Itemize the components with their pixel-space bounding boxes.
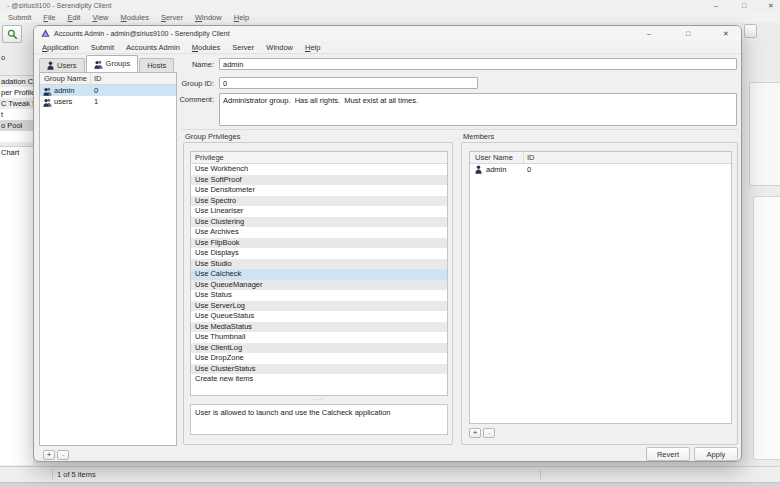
comment-field[interactable]: Administrator group. Has all rights. Mus…	[219, 93, 737, 126]
privilege-row-use-flipbook[interactable]: Use FlipBook	[191, 238, 447, 249]
group-privileges-box: Privilege Use WorkbenchUse SoftProofUse …	[183, 142, 453, 445]
comment-label: Comment:	[152, 95, 214, 104]
maximize-icon[interactable]: □	[733, 0, 755, 11]
members-box: User Name ID admin0 + -	[461, 142, 738, 445]
menu-modules[interactable]: Modules	[115, 13, 155, 22]
background-panel	[753, 196, 780, 460]
privilege-row-use-softproof[interactable]: Use SoftProof	[191, 175, 447, 186]
group-name-cell: users	[54, 97, 72, 106]
privilege-row-use-lineariser[interactable]: Use Lineariser	[191, 206, 447, 217]
privilege-row-use-thumbnail[interactable]: Use Thumbnail	[191, 332, 447, 343]
dialog-maximize-icon[interactable]: □	[679, 26, 697, 41]
menu-help[interactable]: Help	[228, 13, 255, 22]
privileges-table: Privilege Use WorkbenchUse SoftProofUse …	[190, 151, 448, 396]
apply-button[interactable]: Apply	[694, 447, 738, 461]
tab-label: Groups	[106, 56, 131, 72]
menu-application[interactable]: Application	[36, 43, 85, 52]
background-panel	[749, 82, 780, 186]
menu-file[interactable]: File	[37, 13, 61, 22]
dialog-minimize-icon[interactable]: –	[640, 26, 658, 41]
privilege-row-use-studio[interactable]: Use Studio	[191, 259, 447, 270]
outer-titlebar: - @sirius9100 - Serendipity Client – □ ✕	[0, 0, 780, 11]
menu-view[interactable]: View	[86, 13, 114, 22]
menu-modules[interactable]: Modules	[186, 43, 226, 52]
user-icon	[47, 61, 54, 70]
list-item[interactable]: C Tweak S	[0, 98, 33, 109]
dialog-titlebar[interactable]: Accounts Admin - admin@sirius9100 - Sere…	[34, 26, 742, 41]
dialog-close-icon[interactable]: ✕	[717, 26, 735, 41]
users-icon	[94, 60, 103, 69]
add-group-button[interactable]: +	[43, 450, 55, 460]
privilege-row-use-serverlog[interactable]: Use ServerLog	[191, 301, 447, 312]
privilege-row-use-clusterstatus[interactable]: Use ClusterStatus	[191, 364, 447, 375]
privilege-row-use-queuemanager[interactable]: Use QueueManager	[191, 280, 447, 291]
privilege-row-use-densitometer[interactable]: Use Densitometer	[191, 185, 447, 196]
form-separator	[181, 129, 738, 130]
members-table: User Name ID admin0	[469, 151, 732, 424]
privilege-row-use-workbench[interactable]: Use Workbench	[191, 164, 447, 175]
list-item[interactable]: t	[0, 109, 33, 120]
menu-accounts-admin[interactable]: Accounts Admin	[120, 43, 186, 52]
status-separator	[52, 469, 53, 480]
tab-label: Users	[57, 59, 77, 72]
menu-help[interactable]: Help	[299, 43, 326, 52]
splitter-handle[interactable]: ···	[190, 398, 448, 402]
name-field[interactable]: admin	[219, 58, 737, 70]
member-name-cell: admin	[486, 165, 506, 174]
menu-edit[interactable]: Edit	[61, 13, 86, 22]
tab-groups[interactable]: Groups	[86, 55, 139, 72]
menu-server[interactable]: Server	[226, 43, 260, 52]
group-id-cell: 1	[94, 97, 98, 106]
background-item-list: adation Cper ProfileC Tweak Sto Pool	[0, 75, 33, 142]
list-item[interactable]: o Pool	[0, 120, 33, 131]
privilege-row-use-dropzone[interactable]: Use DropZone	[191, 353, 447, 364]
menu-server[interactable]: Server	[155, 13, 189, 22]
column-group-name[interactable]: Group Name	[44, 74, 87, 83]
group-id-label: Group ID:	[152, 79, 214, 88]
column-id[interactable]: ID	[94, 74, 102, 83]
search-icon	[7, 29, 18, 40]
user-icon	[475, 165, 482, 176]
remove-group-button[interactable]: -	[57, 450, 69, 460]
privileges-table-body: Use WorkbenchUse SoftProofUse Densitomet…	[191, 164, 447, 385]
privilege-row-use-clientlog[interactable]: Use ClientLog	[191, 343, 447, 354]
group-privileges-title: Group Privileges	[185, 132, 240, 141]
background-toolbar-button[interactable]	[744, 24, 757, 38]
status-item-count: 1 of 5 items	[57, 470, 96, 479]
accounts-admin-dialog: Accounts Admin - admin@sirius9100 - Sere…	[33, 25, 742, 462]
privilege-description: User is allowed to launch and use the Ca…	[190, 404, 448, 435]
privilege-row-use-clustering[interactable]: Use Clustering	[191, 217, 447, 228]
privilege-row-use-displays[interactable]: Use Displays	[191, 248, 447, 259]
list-item[interactable]: per Profile	[0, 87, 33, 98]
tab-users[interactable]: Users	[39, 58, 85, 72]
group-id-field[interactable]: 0	[219, 77, 478, 89]
privilege-row-use-mediastatus[interactable]: Use MediaStatus	[191, 322, 447, 333]
search-button[interactable]	[2, 25, 22, 43]
column-user-name[interactable]: User Name	[475, 153, 513, 162]
privilege-row-use-status[interactable]: Use Status	[191, 290, 447, 301]
privilege-row-use-calcheck[interactable]: Use Calcheck	[191, 269, 447, 280]
member-row-admin[interactable]: admin0	[470, 164, 731, 175]
privilege-row-use-archives[interactable]: Use Archives	[191, 227, 447, 238]
minimize-icon[interactable]: –	[705, 0, 727, 11]
members-table-header[interactable]: User Name ID	[470, 152, 731, 164]
list-item[interactable]: Chart	[0, 147, 33, 158]
list-item[interactable]: adation C	[0, 76, 33, 87]
privilege-row-create-new-items[interactable]: Create new items	[191, 374, 447, 385]
privilege-row-use-spectro[interactable]: Use Spectro	[191, 196, 447, 207]
column-separator	[523, 152, 524, 163]
groups-table: Group Name ID admin0users1	[39, 72, 177, 446]
remove-member-button[interactable]: -	[483, 428, 495, 438]
menu-window[interactable]: Window	[260, 43, 299, 52]
users-icon	[43, 87, 52, 96]
privilege-row-use-queuestatus[interactable]: Use QueueStatus	[191, 311, 447, 322]
close-icon[interactable]: ✕	[760, 0, 780, 11]
privilege-column-header[interactable]: Privilege	[191, 152, 447, 164]
add-member-button[interactable]: +	[469, 428, 481, 438]
menu-window[interactable]: Window	[189, 13, 228, 22]
revert-button[interactable]: Revert	[646, 447, 690, 461]
menu-submit[interactable]: Submit	[85, 43, 120, 52]
menu-submit[interactable]: Submit	[2, 13, 37, 22]
column-separator	[90, 73, 91, 84]
column-id[interactable]: ID	[527, 153, 535, 162]
